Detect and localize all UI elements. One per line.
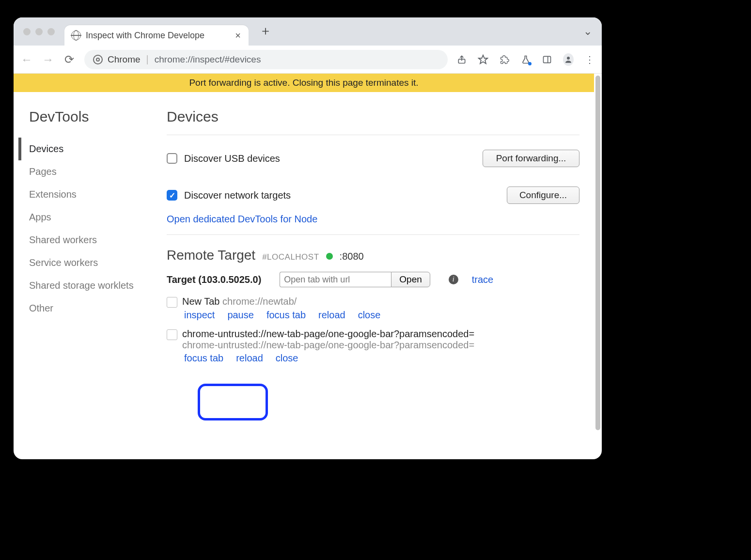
browser-window: Inspect with Chrome Develope × ＋ ⌄ ← → ⟳… — [14, 17, 602, 459]
target-version-label: Target (103.0.5025.0) — [167, 274, 261, 285]
discover-network-label: Discover network targets — [184, 190, 291, 201]
tabs-overflow-chevron-icon[interactable]: ⌄ — [583, 25, 592, 38]
globe-icon — [71, 31, 81, 40]
nav-back-icon[interactable]: ← — [20, 53, 33, 66]
sidebar-title: DevTools — [29, 109, 167, 125]
remote-tab-name: New Tab — [182, 296, 219, 307]
nav-forward-icon[interactable]: → — [42, 53, 54, 66]
screenshot-highlight — [198, 384, 268, 420]
tab-close-icon[interactable]: × — [234, 30, 242, 41]
toolbar-icons: ⋮ — [456, 54, 595, 65]
profile-avatar[interactable] — [563, 54, 574, 65]
omnibox[interactable]: Chrome | chrome://inspect/#devices — [84, 50, 448, 69]
port-forwarding-button[interactable]: Port forwarding... — [483, 150, 579, 167]
traffic-close[interactable] — [23, 28, 31, 35]
browser-tab[interactable]: Inspect with Chrome Develope × — [64, 25, 249, 46]
open-tab-url-input[interactable] — [280, 272, 391, 287]
remote-tab-url: chrome://newtab/ — [219, 296, 297, 307]
discover-usb-checkbox[interactable]: Discover USB devices — [167, 153, 280, 164]
remote-tab-action-reload[interactable]: reload — [318, 310, 345, 321]
bookmark-star-icon[interactable] — [478, 54, 488, 65]
info-icon[interactable]: i — [449, 275, 458, 284]
configure-button[interactable]: Configure... — [507, 187, 579, 204]
favicon-placeholder-icon — [167, 329, 177, 340]
remote-target-heading: Remote Target #LOCALHOST :8080 — [167, 248, 579, 263]
sidebar-item-other[interactable]: Other — [26, 297, 167, 320]
sidebar-item-service-workers[interactable]: Service workers — [26, 251, 167, 274]
status-dot-icon — [326, 253, 333, 260]
sidebar-item-extensions[interactable]: Extensions — [26, 183, 167, 206]
extensions-icon[interactable] — [499, 54, 510, 65]
remote-tab-name: chrome-untrusted://new-tab-page/one-goog… — [182, 328, 474, 339]
chrome-icon — [93, 55, 103, 64]
sidebar: DevTools DevicesPagesExtensionsAppsShare… — [21, 104, 167, 364]
remote-tab-action-close[interactable]: close — [358, 310, 381, 321]
sidebar-item-pages[interactable]: Pages — [26, 160, 167, 183]
share-icon[interactable] — [456, 54, 467, 65]
remote-tab-action-reload[interactable]: reload — [236, 353, 263, 364]
page-heading: Devices — [167, 109, 579, 125]
open-tab-button[interactable]: Open — [391, 272, 430, 287]
remote-tab-action-pause[interactable]: pause — [227, 310, 254, 321]
traffic-minimize[interactable] — [35, 28, 43, 35]
favicon-placeholder-icon — [167, 297, 177, 308]
sidebar-item-shared-storage-worklets[interactable]: Shared storage worklets — [26, 274, 167, 297]
port-forwarding-banner: Port forwarding is active. Closing this … — [14, 74, 594, 92]
address-bar: ← → ⟳ Chrome | chrome://inspect/#devices — [14, 46, 602, 74]
svg-point-4 — [567, 57, 570, 60]
remote-tab-item: chrome-untrusted://new-tab-page/one-goog… — [167, 328, 579, 364]
sidebar-item-apps[interactable]: Apps — [26, 206, 167, 229]
remote-tab-action-inspect[interactable]: inspect — [184, 310, 215, 321]
labs-flask-icon[interactable] — [520, 54, 531, 65]
window-traffic-lights — [23, 28, 55, 35]
tab-title: Inspect with Chrome Develope — [86, 31, 229, 41]
remote-tab-action-focus-tab[interactable]: focus tab — [184, 353, 223, 364]
titlebar: Inspect with Chrome Develope × ＋ ⌄ — [14, 17, 602, 46]
sidebar-item-shared-workers[interactable]: Shared workers — [26, 229, 167, 251]
page-content: Port forwarding is active. Closing this … — [14, 74, 594, 459]
remote-tab-action-close[interactable]: close — [276, 353, 298, 364]
remote-tab-item: New Tab chrome://newtab/inspectpausefocu… — [167, 296, 579, 321]
vertical-scrollbar[interactable] — [594, 74, 602, 459]
sidepanel-icon[interactable] — [542, 54, 552, 65]
traffic-zoom[interactable] — [47, 28, 55, 35]
new-tab-button[interactable]: ＋ — [252, 22, 278, 41]
discover-network-checkbox[interactable]: Discover network targets — [167, 190, 291, 201]
sidebar-item-devices[interactable]: Devices — [18, 138, 167, 160]
remote-tab-url-secondary: chrome-untrusted://new-tab-page/one-goog… — [182, 340, 474, 351]
discover-usb-label: Discover USB devices — [184, 153, 280, 164]
omnibox-origin: Chrome — [108, 54, 141, 65]
open-node-devtools-link[interactable]: Open dedicated DevTools for Node — [167, 214, 317, 225]
remote-tab-action-focus-tab[interactable]: focus tab — [266, 310, 306, 321]
trace-link[interactable]: trace — [472, 274, 493, 285]
omnibox-url: chrome://inspect/#devices — [155, 54, 261, 65]
nav-reload-icon[interactable]: ⟳ — [63, 53, 76, 66]
main-panel: Devices Discover USB devices Port forwar… — [167, 104, 579, 364]
svg-marker-1 — [479, 55, 487, 63]
kebab-menu-icon[interactable]: ⋮ — [584, 54, 595, 65]
svg-rect-2 — [544, 56, 551, 62]
